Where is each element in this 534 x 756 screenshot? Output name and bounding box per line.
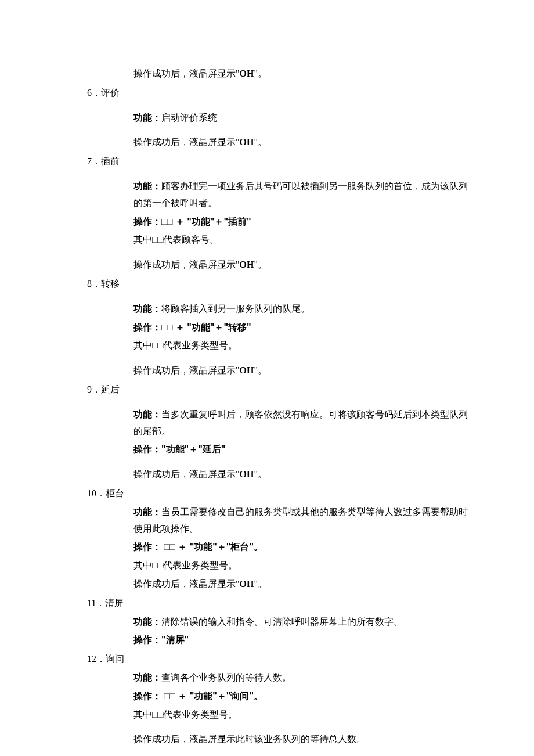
item-10-func: 功能：当员工需要修改自己的服务类型或其他的服务类型等待人数过多需要帮助时使用此项… [134, 504, 470, 538]
func-text: 将顾客插入到另一服务队列的队尾。 [161, 304, 310, 314]
success-text: 操作成功后，液晶屏显示此时该业务队列的等待总人数。 [134, 734, 366, 744]
note-text: 其中□□代表业务类型号。 [134, 340, 237, 350]
text: 操作成功后，液晶屏显示" [134, 579, 240, 589]
text: 操作成功后，液晶屏显示" [134, 365, 240, 375]
op-label: 操作： [134, 322, 161, 332]
oh-label: OH [240, 365, 254, 375]
item-12-op: 操作： □□ ＋ "功能"＋"询问"。 [134, 688, 470, 705]
item-title: 转移 [101, 279, 120, 289]
text: "。 [254, 469, 267, 479]
item-10-heading: 10．柜台 [87, 485, 470, 502]
item-title: 评价 [101, 88, 120, 98]
item-10-success: 操作成功后，液晶屏显示"OH"。 [134, 576, 470, 593]
text: "。 [254, 579, 267, 589]
func-text: 启动评价系统 [161, 113, 217, 123]
item-8-op: 操作：□□ ＋ "功能"＋"转移" [134, 319, 470, 336]
text: 操作成功后，液晶屏显示" [134, 469, 240, 479]
item-7-heading: 7．插前 [87, 153, 470, 170]
text: 操作成功后，液晶屏显示" [134, 260, 240, 269]
item-title: 清屏 [105, 598, 124, 608]
item-title: 柜台 [106, 488, 124, 498]
item-8-heading: 8．转移 [87, 276, 470, 293]
func-text: 当多次重复呼叫后，顾客依然没有响应。可将该顾客号码延后到本类型队列的尾部。 [134, 409, 468, 436]
op-text: □□ ＋ "功能"＋"插前" [161, 217, 251, 226]
note-text: 其中□□代表业务类型号。 [134, 560, 237, 570]
op-text: □□ ＋ "功能"＋"柜台"。 [161, 542, 263, 552]
item-6-func: 功能：启动评价系统 [134, 110, 470, 127]
item-11-op: 操作："清屏" [134, 632, 470, 649]
op-text: "清屏" [161, 635, 189, 645]
func-text: 当员工需要修改自己的服务类型或其他的服务类型等待人数过多需要帮助时使用此项操作。 [134, 507, 468, 534]
intro-success-line: 操作成功后，液晶屏显示"OH"。 [134, 66, 470, 82]
oh-label: OH [240, 579, 254, 589]
item-10-note: 其中□□代表业务类型号。 [134, 557, 470, 574]
item-number: 11． [87, 595, 105, 612]
item-title: 询问 [106, 654, 124, 664]
item-number: 8． [87, 276, 101, 293]
item-9-success: 操作成功后，液晶屏显示"OH"。 [134, 466, 470, 483]
op-label: 操作： [134, 217, 161, 226]
oh-label: OH [240, 69, 254, 78]
text: "。 [254, 137, 267, 147]
item-title: 延后 [101, 384, 120, 394]
item-7-success: 操作成功后，液晶屏显示"OH"。 [134, 257, 470, 273]
item-12-success: 操作成功后，液晶屏显示此时该业务队列的等待总人数。 [134, 731, 470, 748]
item-number: 10． [87, 485, 106, 502]
text: "。 [254, 260, 267, 269]
text: 操作成功后，液晶屏显示" [134, 69, 240, 78]
oh-label: OH [240, 137, 254, 147]
item-number: 9． [87, 381, 101, 398]
item-9-heading: 9．延后 [87, 381, 470, 398]
func-label: 功能： [134, 617, 161, 627]
oh-label: OH [240, 469, 254, 479]
item-10-op: 操作： □□ ＋ "功能"＋"柜台"。 [134, 539, 470, 556]
item-12-note: 其中□□代表业务类型号。 [134, 707, 470, 723]
func-text: 清除错误的输入和指令。可清除呼叫器屏幕上的所有数字。 [161, 617, 403, 627]
func-label: 功能： [134, 113, 161, 123]
func-text: 顾客办理完一项业务后其号码可以被插到另一服务队列的首位，成为该队列的第一个被呼叫… [134, 181, 468, 208]
item-12-heading: 12．询问 [87, 651, 470, 668]
item-9-func: 功能：当多次重复呼叫后，顾客依然没有响应。可将该顾客号码延后到本类型队列的尾部。 [134, 406, 470, 440]
item-6-heading: 6．评价 [87, 85, 470, 102]
note-text: 其中□□代表业务类型号。 [134, 710, 237, 719]
item-number: 12． [87, 651, 106, 668]
item-title: 插前 [101, 156, 120, 166]
note-text: 其中□□代表顾客号。 [134, 235, 219, 244]
oh-label: OH [240, 260, 254, 269]
item-8-success: 操作成功后，液晶屏显示"OH"。 [134, 362, 470, 379]
item-6-success: 操作成功后，液晶屏显示"OH"。 [134, 134, 470, 151]
item-7-note: 其中□□代表顾客号。 [134, 232, 470, 249]
func-label: 功能： [134, 672, 161, 682]
item-8-func: 功能：将顾客插入到另一服务队列的队尾。 [134, 301, 470, 318]
func-label: 功能： [134, 409, 161, 419]
document-body: 操作成功后，液晶屏显示"OH"。 6．评价 功能：启动评价系统 操作成功后，液晶… [87, 66, 470, 748]
item-9-op: 操作："功能"＋"延后" [134, 441, 470, 458]
func-text: 查询各个业务队列的等待人数。 [161, 672, 291, 682]
item-8-note: 其中□□代表业务类型号。 [134, 337, 470, 354]
func-label: 功能： [134, 304, 161, 314]
op-text: □□ ＋ "功能"＋"询问"。 [161, 691, 263, 701]
item-11-func: 功能：清除错误的输入和指令。可清除呼叫器屏幕上的所有数字。 [134, 614, 470, 631]
item-number: 7． [87, 153, 101, 170]
item-11-heading: 11．清屏 [87, 595, 470, 612]
item-number: 6． [87, 85, 101, 102]
text: "。 [254, 365, 267, 375]
item-7-func: 功能：顾客办理完一项业务后其号码可以被插到另一服务队列的首位，成为该队列的第一个… [134, 178, 470, 212]
func-label: 功能： [134, 181, 161, 191]
text: 操作成功后，液晶屏显示" [134, 137, 240, 147]
op-label: 操作： [134, 444, 161, 454]
op-text: "功能"＋"延后" [161, 444, 225, 454]
op-text: □□ ＋ "功能"＋"转移" [161, 322, 251, 332]
op-label: 操作： [134, 691, 161, 701]
op-label: 操作： [134, 542, 161, 552]
item-7-op: 操作：□□ ＋ "功能"＋"插前" [134, 214, 470, 231]
op-label: 操作： [134, 635, 161, 645]
text: "。 [254, 69, 267, 78]
func-label: 功能： [134, 507, 161, 517]
item-12-func: 功能：查询各个业务队列的等待人数。 [134, 669, 470, 686]
